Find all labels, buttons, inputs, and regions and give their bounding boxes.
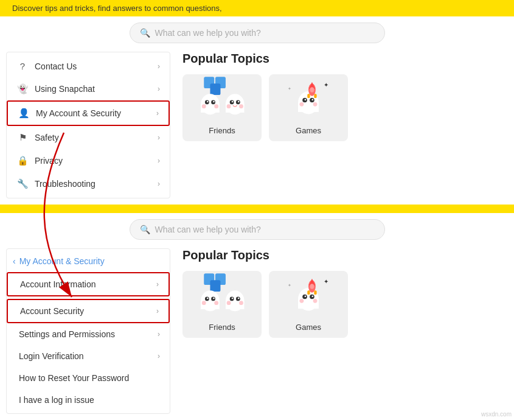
svg-point-21 bbox=[232, 101, 234, 103]
content-row-2: ‹ My Account & Security Account Informat… bbox=[0, 248, 514, 414]
sub-menu-account-security[interactable]: Account Security › bbox=[7, 299, 170, 323]
sub-label-account-info: Account Information bbox=[20, 279, 96, 289]
arrow-icon-snapchat: › bbox=[158, 85, 160, 93]
svg-point-40 bbox=[310, 87, 314, 93]
popular-topics-title-2: Popular Topics bbox=[182, 248, 505, 262]
svg-point-55 bbox=[202, 301, 206, 305]
sub-menu-login-verification[interactable]: Login Verification › bbox=[7, 345, 170, 367]
svg-point-34 bbox=[300, 102, 304, 107]
svg-text:✦: ✦ bbox=[288, 86, 291, 91]
topic-card-label-games-1: Games bbox=[296, 126, 321, 135]
search-placeholder-2: What can we help you with? bbox=[155, 225, 261, 234]
svg-point-56 bbox=[214, 301, 218, 305]
menu-item-safety[interactable]: ⚑ Safety › bbox=[7, 126, 170, 149]
account-icon: 👤 bbox=[18, 108, 30, 119]
svg-point-10 bbox=[207, 101, 209, 103]
svg-rect-39 bbox=[314, 94, 316, 98]
arrow-icon-safety: › bbox=[158, 133, 160, 142]
svg-point-75 bbox=[305, 295, 307, 297]
svg-point-78 bbox=[313, 299, 318, 303]
question-icon: ? bbox=[16, 61, 29, 71]
sub-menu-reset-password[interactable]: How to Reset Your Password bbox=[7, 367, 170, 389]
svg-point-77 bbox=[300, 299, 304, 303]
sub-menu-account-info[interactable]: Account Information › bbox=[7, 272, 170, 296]
menu-label-account: My Account & Security bbox=[36, 108, 156, 118]
content-row-1: ? Contact Us › 👻 Using Snapchat › 👤 My A… bbox=[0, 52, 514, 198]
topic-card-label-friends-1: Friends bbox=[209, 126, 235, 135]
banner-text: Discover tips and tricks, find answers t… bbox=[12, 4, 222, 13]
topic-card-label-games-2: Games bbox=[296, 323, 321, 332]
topic-card-friends-2[interactable]: Friends bbox=[182, 271, 262, 338]
top-banner: Discover tips and tricks, find answers t… bbox=[0, 0, 514, 16]
search-bar-1[interactable]: 🔍 What can we help you with? bbox=[130, 23, 385, 43]
popular-topics-title-1: Popular Topics bbox=[182, 52, 505, 66]
topic-card-label-friends-2: Friends bbox=[209, 323, 235, 332]
menu-label-safety: Safety bbox=[35, 133, 158, 142]
svg-rect-45 bbox=[210, 280, 220, 292]
menu-item-troubleshooting[interactable]: 🔧 Troubleshooting › bbox=[7, 172, 170, 195]
topics-grid-1: Friends bbox=[182, 74, 505, 141]
right-panel-1: Popular Topics bbox=[180, 52, 508, 198]
friends-illustration-1 bbox=[182, 74, 262, 126]
svg-text:✦: ✦ bbox=[324, 82, 329, 88]
menu-item-account[interactable]: 👤 My Account & Security › bbox=[7, 100, 170, 126]
safety-icon: ⚑ bbox=[16, 132, 29, 143]
svg-point-53 bbox=[207, 298, 209, 299]
sub-label-login-issue: I have a log in issue bbox=[19, 395, 94, 405]
arrow-icon-contact: › bbox=[158, 62, 160, 71]
menu-panel-1: ? Contact Us › 👻 Using Snapchat › 👤 My A… bbox=[6, 52, 170, 198]
menu-label-contact: Contact Us bbox=[35, 61, 158, 71]
search-icon-1: 🔍 bbox=[140, 28, 150, 38]
svg-text:✦: ✦ bbox=[288, 283, 291, 287]
back-nav[interactable]: ‹ My Account & Security bbox=[7, 251, 170, 272]
menu-label-privacy: Privacy bbox=[35, 156, 158, 166]
sub-arrow-account-info: › bbox=[156, 280, 159, 289]
back-label: My Account & Security bbox=[19, 256, 105, 266]
right-panel-2: Popular Topics bbox=[180, 248, 508, 414]
svg-rect-82 bbox=[314, 290, 316, 295]
search-bar-2[interactable]: 🔍 What can we help you with? bbox=[130, 219, 385, 240]
snapchat-icon: 👻 bbox=[16, 83, 29, 94]
watermark: wsxdn.com bbox=[481, 411, 512, 418]
topic-card-friends-1[interactable]: Friends bbox=[182, 74, 262, 141]
sub-label-reset-password: How to Reset Your Password bbox=[19, 373, 129, 383]
sub-label-account-security: Account Security bbox=[20, 306, 84, 316]
svg-point-13 bbox=[214, 104, 218, 108]
back-arrow-icon: ‹ bbox=[13, 256, 16, 266]
topic-card-games-2[interactable]: ✦ ✦ Games bbox=[269, 271, 348, 338]
menu-label-troubleshooting: Troubleshooting bbox=[35, 179, 158, 189]
arrow-icon-troubleshooting: › bbox=[158, 180, 160, 188]
yellow-divider bbox=[0, 205, 514, 213]
menu-item-snapchat[interactable]: 👻 Using Snapchat › bbox=[7, 77, 170, 100]
svg-rect-81 bbox=[307, 290, 310, 295]
sub-label-login-verification: Login Verification bbox=[19, 351, 84, 361]
search-placeholder-1: What can we help you with? bbox=[155, 28, 261, 38]
menu-item-privacy[interactable]: 🔒 Privacy › bbox=[7, 149, 170, 172]
search-wrapper-1: 🔍 What can we help you with? bbox=[0, 16, 514, 52]
sub-label-settings: Settings and Permissions bbox=[19, 329, 115, 339]
svg-point-11 bbox=[213, 101, 215, 103]
arrow-icon-account: › bbox=[156, 109, 159, 117]
svg-text:✦: ✦ bbox=[324, 278, 329, 285]
sub-menu-settings[interactable]: Settings and Permissions › bbox=[7, 323, 170, 345]
arrow-icon-privacy: › bbox=[158, 156, 160, 165]
section-1: 🔍 What can we help you with? ? Contact U… bbox=[0, 16, 514, 205]
menu-label-snapchat: Using Snapchat bbox=[35, 84, 158, 94]
topic-card-games-1[interactable]: ✦ ✦ Games bbox=[269, 74, 348, 141]
svg-point-67 bbox=[239, 301, 243, 305]
search-wrapper-2: 🔍 What can we help you with? bbox=[0, 213, 514, 248]
svg-point-66 bbox=[227, 301, 231, 305]
sub-arrow-login-verification: › bbox=[158, 352, 160, 360]
svg-point-33 bbox=[312, 99, 314, 100]
svg-point-83 bbox=[310, 284, 314, 289]
svg-point-12 bbox=[202, 104, 206, 108]
menu-item-contact[interactable]: ? Contact Us › bbox=[7, 55, 170, 77]
friends-illustration-2 bbox=[182, 271, 262, 323]
sub-arrow-account-security: › bbox=[156, 307, 159, 315]
svg-point-24 bbox=[239, 104, 243, 108]
svg-point-54 bbox=[213, 298, 215, 299]
sub-menu-login-issue[interactable]: I have a log in issue bbox=[7, 389, 170, 411]
topics-grid-2: Friends bbox=[182, 271, 505, 338]
games-illustration-1: ✦ ✦ bbox=[269, 74, 348, 126]
privacy-icon: 🔒 bbox=[16, 155, 29, 166]
